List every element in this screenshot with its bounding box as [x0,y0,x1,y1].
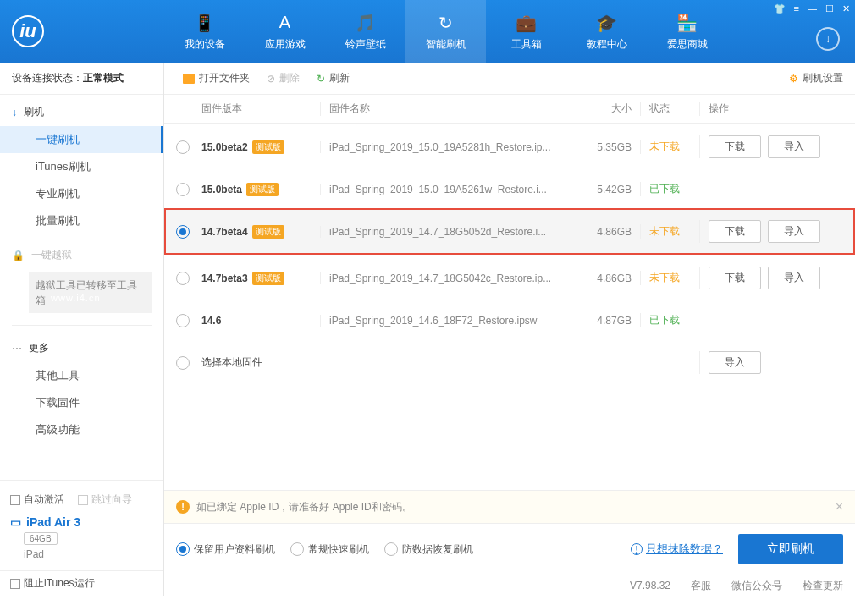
maximize-icon[interactable]: ☐ [825,3,834,14]
nav-icon: ↻ [439,12,453,34]
device-storage: 64GB [24,532,58,545]
device-model: iPad [0,547,163,564]
content-area: 打开文件夹 ⊘删除 ↻刷新 ⚙刷机设置 固件版本 固件名称 大小 状态 操作 1… [164,63,855,596]
table-row[interactable]: 14.7beta4测试版iPad_Spring_2019_14.7_18G505… [164,208,855,255]
sidebar-item[interactable]: 其他工具 [0,362,163,389]
beta-badge: 测试版 [252,140,284,154]
device-name[interactable]: ▭ iPad Air 3 [0,512,163,531]
flash-option-radio[interactable]: 常规快速刷机 [290,542,369,557]
app-name: 爱思助手 [51,0,125,293]
nav-item-0[interactable]: 📱我的设备 [164,0,245,63]
flash-now-button[interactable]: 立即刷机 [738,534,843,564]
close-icon[interactable]: ✕ [842,3,850,14]
info-icon: ! [631,543,643,555]
app-version: V7.98.32 [630,580,670,591]
block-itunes-checkbox[interactable]: 阻止iTunes运行 [0,570,163,596]
status-bar-link[interactable]: 检查更新 [803,579,843,593]
sidebar-section-more[interactable]: ⋯ 更多 [0,334,163,362]
auto-activate-checkbox[interactable]: 自动激活 [10,492,64,507]
nav-item-1[interactable]: A应用游戏 [245,0,325,63]
import-button[interactable]: 导入 [768,220,820,243]
folder-icon [183,74,195,84]
more-icon: ⋯ [12,343,22,355]
row-radio[interactable] [176,140,190,154]
erase-data-link[interactable]: !只想抹除数据？ [631,542,723,557]
row-radio[interactable] [176,183,190,196]
status-bar: V7.98.32 客服微信公众号检查更新 [164,575,855,596]
flash-action-bar: 保留用户资料刷机常规快速刷机防数据恢复刷机 !只想抹除数据？ 立即刷机 [164,524,855,575]
import-button[interactable]: 导入 [709,351,761,374]
menu-icon[interactable]: ≡ [794,3,799,14]
tablet-icon: ▭ [10,515,21,529]
download-indicator-icon[interactable]: ↓ [816,27,840,51]
nav-item-6[interactable]: 🏪爱思商城 [647,0,727,63]
nav-item-4[interactable]: 💼工具箱 [486,0,566,63]
table-row[interactable]: 14.7beta3测试版iPad_Spring_2019_14.7_18G504… [164,255,855,301]
nav-item-2[interactable]: 🎵铃声壁纸 [325,0,405,63]
gear-icon: ⚙ [789,73,798,85]
open-folder-button[interactable]: 打开文件夹 [176,69,256,87]
table-row[interactable]: 15.0beta2测试版iPad_Spring_2019_15.0_19A528… [164,124,855,170]
row-radio[interactable] [176,225,190,239]
refresh-icon: ↻ [317,73,325,85]
beta-badge: 测试版 [252,272,284,285]
device-info: 自动激活 跳过向导 ▭ iPad Air 3 64GB iPad [0,480,163,570]
appleid-alert: ! 如已绑定 Apple ID，请准备好 Apple ID和密码。 × [164,490,855,524]
sidebar-item[interactable]: 下载固件 [0,389,163,416]
table-row[interactable]: 15.0beta测试版iPad_Spring_2019_15.0_19A5261… [164,170,855,208]
main-nav: 📱我的设备A应用游戏🎵铃声壁纸↻智能刷机💼工具箱🎓教程中心🏪爱思商城 [164,0,727,63]
logo: iu 爱思助手 www.i4.cn [0,0,164,303]
status-bar-link[interactable]: 微信公众号 [731,579,782,593]
import-button[interactable]: 导入 [768,267,820,289]
download-button[interactable]: 下载 [709,135,761,158]
app-header: iu 爱思助手 www.i4.cn 📱我的设备A应用游戏🎵铃声壁纸↻智能刷机💼工… [0,0,855,63]
table-row[interactable]: 14.6iPad_Spring_2019_14.6_18F72_Restore.… [164,301,855,339]
warning-icon: ! [176,500,190,514]
table-header: 固件版本 固件名称 大小 状态 操作 [164,95,855,124]
download-button[interactable]: 下载 [709,267,761,289]
nav-icon: A [279,12,290,34]
app-url: www.i4.cn [51,293,125,303]
delete-button: ⊘删除 [260,69,306,87]
beta-badge: 测试版 [252,225,284,239]
sidebar-item[interactable]: 高级功能 [0,416,163,443]
nav-icon: 📱 [194,12,215,34]
nav-item-5[interactable]: 🎓教程中心 [566,0,647,63]
nav-item-3[interactable]: ↻智能刷机 [405,0,486,63]
status-bar-link[interactable]: 客服 [691,579,711,593]
firmware-list: 15.0beta2测试版iPad_Spring_2019_15.0_19A528… [164,124,855,490]
refresh-button[interactable]: ↻刷新 [310,69,356,87]
window-controls: 👕 ≡ — ☐ ✕ [774,3,850,14]
toolbar: 打开文件夹 ⊘删除 ↻刷新 ⚙刷机设置 [164,63,855,95]
nav-icon: 🎵 [355,12,376,34]
nav-icon: 🏪 [676,12,698,34]
alert-close-button[interactable]: × [836,499,843,514]
flash-option-radio[interactable]: 防数据恢复刷机 [384,542,473,557]
row-radio[interactable] [176,272,190,285]
skip-guide-checkbox: 跳过向导 [78,492,132,507]
beta-badge: 测试版 [246,183,279,196]
import-button[interactable]: 导入 [768,135,820,158]
nav-icon: 💼 [516,12,537,34]
minimize-icon[interactable]: — [808,3,817,14]
row-radio[interactable] [176,356,190,370]
flash-option-radio[interactable]: 保留用户资料刷机 [176,542,275,557]
nav-icon: 🎓 [596,12,617,34]
logo-icon: iu [12,15,44,47]
table-row-local[interactable]: 选择本地固件导入 [164,339,855,386]
tshirt-icon[interactable]: 👕 [774,3,786,14]
flash-settings-button[interactable]: ⚙刷机设置 [789,71,843,85]
row-radio[interactable] [176,314,190,327]
delete-icon: ⊘ [267,73,275,85]
download-button[interactable]: 下载 [709,220,761,243]
